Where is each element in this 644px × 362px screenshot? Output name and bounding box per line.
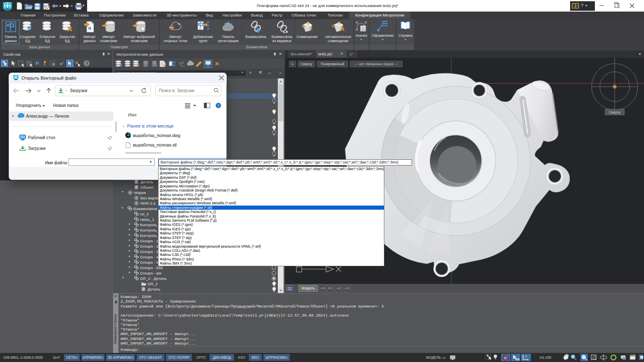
- svg-text:?: ?: [218, 104, 220, 108]
- svg-text:?: ?: [85, 61, 88, 66]
- svg-text:℮ʲ: ℮ʲ: [443, 356, 445, 360]
- svg-text:A: A: [340, 25, 345, 32]
